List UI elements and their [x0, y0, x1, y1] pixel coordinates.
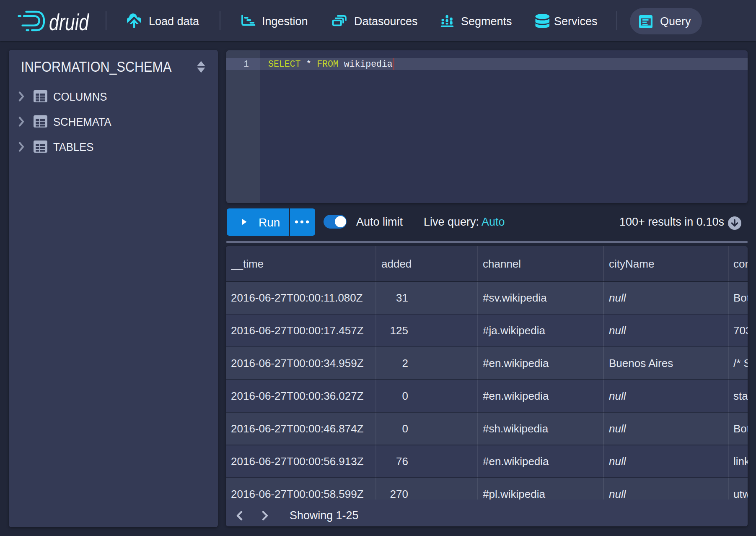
- svg-text:druid: druid: [49, 9, 90, 33]
